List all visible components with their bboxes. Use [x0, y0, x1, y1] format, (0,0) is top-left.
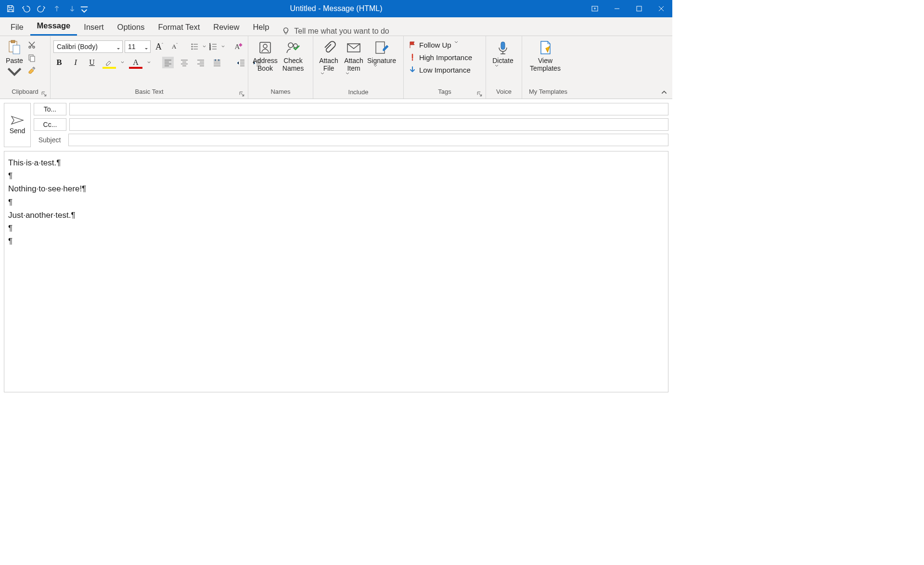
window-controls — [584, 0, 672, 17]
body-line: ¶ — [8, 222, 664, 235]
attach-item-button[interactable]: Attach Item — [341, 38, 366, 90]
chevron-down-icon[interactable] — [121, 61, 124, 64]
tab-message[interactable]: Message — [30, 17, 77, 36]
chevron-down-icon[interactable] — [203, 45, 206, 48]
svg-rect-4 — [13, 45, 20, 54]
cut-button[interactable] — [26, 39, 38, 51]
template-icon — [537, 39, 553, 56]
window-title: Untitled - Message (HTML) — [89, 4, 584, 13]
chevron-down-icon[interactable] — [147, 61, 151, 64]
chevron-down-icon — [6, 64, 23, 81]
check-names-button[interactable]: Check Names — [279, 38, 307, 90]
shrink-font-button[interactable]: Aˇ — [168, 41, 181, 52]
group-names-label: Names — [251, 88, 310, 99]
align-left-button[interactable] — [162, 57, 174, 68]
close-icon[interactable] — [650, 0, 672, 17]
check-names-label: Check Names — [279, 57, 307, 72]
font-name-select[interactable]: Calibri (Body) — [53, 40, 123, 53]
align-right-button[interactable] — [195, 57, 206, 68]
paste-label: Paste — [6, 57, 23, 64]
lightbulb-icon — [282, 27, 290, 36]
flag-icon — [409, 41, 416, 49]
signature-icon — [373, 39, 390, 56]
bullets-button[interactable] — [189, 41, 201, 52]
group-basic-text-label: Basic Text — [135, 88, 163, 95]
decrease-indent-button[interactable] — [235, 57, 247, 68]
format-painter-button[interactable] — [26, 64, 38, 76]
follow-up-button[interactable]: Follow Up — [407, 38, 464, 51]
tab-file[interactable]: File — [4, 19, 30, 36]
address-book-button[interactable]: Address Book — [251, 38, 279, 90]
ribbon-display-options-icon[interactable] — [584, 0, 606, 17]
font-size-select[interactable]: 11 — [125, 40, 151, 53]
group-names: Address Book Check Names Names — [248, 36, 313, 99]
customize-qat-icon[interactable] — [80, 0, 89, 17]
quick-access-toolbar — [0, 0, 89, 17]
cc-field[interactable] — [69, 118, 668, 131]
to-button[interactable]: To... — [34, 103, 66, 115]
high-importance-label: High Importance — [419, 53, 472, 62]
bold-button[interactable]: B — [53, 57, 65, 68]
body-line: This·is·a·test.¶ — [8, 156, 664, 169]
basic-text-launcher-icon[interactable] — [239, 91, 245, 97]
justify-button[interactable] — [211, 57, 223, 68]
group-include-label: Include — [316, 88, 400, 99]
dictate-button[interactable]: Dictate — [489, 38, 517, 90]
collapse-ribbon-icon[interactable] — [661, 89, 667, 96]
group-templates: View Templates My Templates — [522, 36, 574, 99]
minimize-icon[interactable] — [606, 0, 628, 17]
body-line: Nothing·to·see·here!¶ — [8, 182, 664, 195]
grow-font-button[interactable]: Aˆ — [153, 41, 166, 52]
svg-point-18 — [294, 44, 297, 48]
signature-label: Signature — [367, 57, 396, 64]
low-importance-button[interactable]: Low Importance — [407, 63, 473, 76]
tab-review[interactable]: Review — [206, 19, 246, 36]
clear-formatting-button[interactable]: A◆ — [231, 41, 243, 52]
signature-button[interactable]: Signature — [366, 38, 397, 90]
high-importance-button[interactable]: High Importance — [407, 51, 474, 63]
tab-help[interactable]: Help — [246, 19, 276, 36]
dictate-label: Dictate — [492, 57, 513, 64]
follow-up-label: Follow Up — [419, 41, 451, 49]
message-body[interactable]: This·is·a·test.¶ ¶ Nothing·to·see·here!¶… — [4, 151, 668, 392]
to-field[interactable] — [69, 103, 668, 115]
maximize-icon[interactable] — [628, 0, 650, 17]
attach-file-button[interactable]: Attach File — [316, 38, 341, 90]
ribbon: Paste Clipboard Calibri (Body) 11 — [0, 36, 672, 99]
tab-options[interactable]: Options — [111, 19, 152, 36]
tab-insert[interactable]: Insert — [77, 19, 110, 36]
attach-item-label: Attach Item — [341, 57, 366, 72]
redo-icon[interactable] — [34, 0, 49, 17]
view-templates-button[interactable]: View Templates — [525, 38, 565, 90]
italic-button[interactable]: I — [70, 57, 81, 68]
tags-launcher-icon[interactable] — [477, 91, 483, 97]
attach-file-label: Attach File — [316, 57, 341, 72]
svg-rect-21 — [501, 42, 505, 50]
copy-button[interactable] — [26, 52, 38, 63]
svg-rect-1 — [637, 6, 642, 11]
svg-point-11 — [192, 49, 192, 50]
group-tags: Follow Up High Importance Low Importance… — [404, 36, 486, 99]
group-templates-label: My Templates — [525, 88, 571, 99]
clipboard-launcher-icon[interactable] — [41, 91, 47, 97]
cc-button[interactable]: Cc... — [34, 118, 66, 131]
tab-format-text[interactable]: Format Text — [151, 19, 206, 36]
save-icon[interactable] — [3, 0, 18, 17]
chevron-down-icon[interactable] — [221, 45, 225, 48]
undo-icon[interactable] — [18, 0, 34, 17]
tell-me-search[interactable]: Tell me what you want to do — [282, 27, 389, 36]
subject-field[interactable] — [68, 134, 668, 146]
prev-item-icon[interactable] — [49, 0, 64, 17]
next-item-icon[interactable] — [64, 0, 80, 17]
svg-rect-20 — [376, 42, 385, 53]
chevron-down-icon — [116, 45, 120, 49]
underline-button[interactable]: U — [86, 57, 98, 68]
svg-point-6 — [33, 46, 35, 48]
paste-button[interactable]: Paste — [3, 38, 26, 90]
numbering-button[interactable]: 123 — [208, 41, 219, 52]
send-icon — [11, 115, 24, 125]
send-button[interactable]: Send — [4, 103, 31, 147]
font-color-button[interactable]: A — [129, 57, 142, 68]
highlight-button[interactable] — [103, 57, 116, 68]
align-center-button[interactable] — [179, 57, 190, 68]
